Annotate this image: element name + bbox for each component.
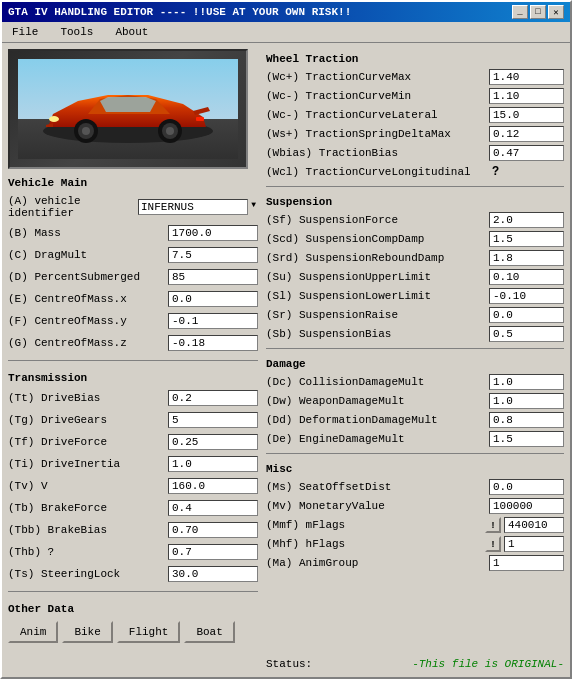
field-tractioncurvelongitudinal: (Wcl) TractionCurveLongitudinal ? bbox=[266, 164, 564, 180]
divider-2 bbox=[8, 591, 258, 592]
input-susplowerlimit[interactable] bbox=[489, 288, 564, 304]
label-weapondamagemult: (Dw) WeaponDamageMult bbox=[266, 395, 489, 407]
label-dragmult: (C) DragMult bbox=[8, 249, 168, 261]
input-collisiondamagemult[interactable] bbox=[489, 374, 564, 390]
input-hflags[interactable] bbox=[504, 536, 564, 552]
field-suspupperlimit: (Su) SuspensionUpperLimit bbox=[266, 269, 564, 285]
input-tractioncurvemin[interactable] bbox=[489, 88, 564, 104]
value-tractioncurvelongitudinal: ? bbox=[489, 164, 564, 180]
anim-button[interactable]: Anim bbox=[8, 621, 58, 643]
label-thb: (Thb) ? bbox=[8, 546, 168, 558]
vehicle-identifier-select[interactable]: INFERNUS bbox=[138, 199, 248, 215]
input-animgroup[interactable] bbox=[489, 555, 564, 571]
menu-bar: File Tools About bbox=[2, 22, 570, 43]
hflags-button[interactable]: ! bbox=[485, 536, 501, 552]
input-tractioncurvemax[interactable] bbox=[489, 69, 564, 85]
right-panel: Wheel Traction (Wc+) TractionCurveMax (W… bbox=[266, 49, 564, 671]
input-weapondamagemult[interactable] bbox=[489, 393, 564, 409]
input-drivegears[interactable] bbox=[168, 412, 258, 428]
svg-rect-9 bbox=[196, 117, 204, 121]
close-button[interactable]: ✕ bbox=[548, 5, 564, 19]
input-suspcompdamp[interactable] bbox=[489, 231, 564, 247]
flight-button[interactable]: Flight bbox=[117, 621, 181, 643]
field-vehicle-identifier: (A) vehicle identifier INFERNUS bbox=[8, 195, 258, 219]
status-label: Status: bbox=[266, 658, 412, 670]
label-tractionspringdeltamax: (Ws+) TractionSpringDeltaMax bbox=[266, 128, 489, 140]
field-driveforce: (Tf) DriveForce bbox=[8, 434, 258, 450]
label-tractionbias: (Wbias) TractionBias bbox=[266, 147, 489, 159]
divider-1 bbox=[8, 360, 258, 361]
input-com-z[interactable] bbox=[168, 335, 258, 351]
bike-button[interactable]: Bike bbox=[62, 621, 112, 643]
input-suspensionforce[interactable] bbox=[489, 212, 564, 228]
menu-file[interactable]: File bbox=[6, 24, 44, 40]
field-mflags: (Mmf) mFlags ! bbox=[266, 517, 564, 533]
mflags-button[interactable]: ! bbox=[485, 517, 501, 533]
field-susplowerlimit: (Sl) SuspensionLowerLimit bbox=[266, 288, 564, 304]
input-thb[interactable] bbox=[168, 544, 258, 560]
field-tractioncurvemax: (Wc+) TractionCurveMax bbox=[266, 69, 564, 85]
vehicle-identifier-wrapper: INFERNUS bbox=[138, 199, 258, 215]
label-suspensionforce: (Sf) SuspensionForce bbox=[266, 214, 489, 226]
label-deformationdamagemult: (Dd) DeformationDamageMult bbox=[266, 414, 489, 426]
car-image bbox=[8, 49, 248, 169]
label-steeringlock: (Ts) SteeringLock bbox=[8, 568, 168, 580]
input-com-y[interactable] bbox=[168, 313, 258, 329]
input-tractionspringdeltamax[interactable] bbox=[489, 126, 564, 142]
status-row: Status: -This file is ORIGINAL- bbox=[266, 658, 564, 670]
label-tractioncurvelateral: (Wc-) TractionCurveLateral bbox=[266, 109, 489, 121]
input-dragmult[interactable] bbox=[168, 247, 258, 263]
label-mflags: (Mmf) mFlags bbox=[266, 519, 485, 531]
input-drivebias[interactable] bbox=[168, 390, 258, 406]
label-hflags: (Mhf) hFlags bbox=[266, 538, 485, 550]
menu-tools[interactable]: Tools bbox=[54, 24, 99, 40]
car-svg bbox=[18, 59, 238, 159]
input-deformationdamagemult[interactable] bbox=[489, 412, 564, 428]
input-com-x[interactable] bbox=[168, 291, 258, 307]
input-suspraise[interactable] bbox=[489, 307, 564, 323]
input-monetaryvalue[interactable] bbox=[489, 498, 564, 514]
svg-point-8 bbox=[49, 116, 59, 122]
label-mass: (B) Mass bbox=[8, 227, 168, 239]
svg-point-7 bbox=[166, 127, 174, 135]
field-tv: (Tv) V bbox=[8, 478, 258, 494]
field-driveinertia: (Ti) DriveInertia bbox=[8, 456, 258, 472]
input-mflags[interactable] bbox=[504, 517, 564, 533]
label-brakebias: (Tbb) BrakeBias bbox=[8, 524, 168, 536]
input-percentsubmerged[interactable] bbox=[168, 269, 258, 285]
input-suspbias[interactable] bbox=[489, 326, 564, 342]
divider-3 bbox=[266, 186, 564, 187]
field-percentsubmerged: (D) PercentSubmerged bbox=[8, 269, 258, 285]
maximize-button[interactable]: □ bbox=[530, 5, 546, 19]
field-enginedamagemult: (De) EngineDamageMult bbox=[266, 431, 564, 447]
input-steeringlock[interactable] bbox=[168, 566, 258, 582]
input-brakeforce[interactable] bbox=[168, 500, 258, 516]
input-brakebias[interactable] bbox=[168, 522, 258, 538]
field-suspcompdamp: (Scd) SuspensionCompDamp bbox=[266, 231, 564, 247]
field-deformationdamagemult: (Dd) DeformationDamageMult bbox=[266, 412, 564, 428]
field-weapondamagemult: (Dw) WeaponDamageMult bbox=[266, 393, 564, 409]
input-seatoffsetdist[interactable] bbox=[489, 479, 564, 495]
input-mass[interactable] bbox=[168, 225, 258, 241]
label-vehicle-identifier: (A) vehicle identifier bbox=[8, 195, 138, 219]
label-suspcompdamp: (Scd) SuspensionCompDamp bbox=[266, 233, 489, 245]
menu-about[interactable]: About bbox=[109, 24, 154, 40]
label-tractioncurvemax: (Wc+) TractionCurveMax bbox=[266, 71, 489, 83]
label-enginedamagemult: (De) EngineDamageMult bbox=[266, 433, 489, 445]
label-driveforce: (Tf) DriveForce bbox=[8, 436, 168, 448]
field-seatoffsetdist: (Ms) SeatOffsetDist bbox=[266, 479, 564, 495]
input-tv[interactable] bbox=[168, 478, 258, 494]
label-com-y: (F) CentreOfMass.y bbox=[8, 315, 168, 327]
input-suspupperlimit[interactable] bbox=[489, 269, 564, 285]
main-content: Vehicle Main (A) vehicle identifier INFE… bbox=[2, 43, 570, 677]
boat-button[interactable]: Boat bbox=[184, 621, 234, 643]
minimize-button[interactable]: _ bbox=[512, 5, 528, 19]
input-driveinertia[interactable] bbox=[168, 456, 258, 472]
label-tv: (Tv) V bbox=[8, 480, 168, 492]
input-susprebounddamp[interactable] bbox=[489, 250, 564, 266]
input-tractioncurvelateral[interactable] bbox=[489, 107, 564, 123]
input-driveforce[interactable] bbox=[168, 434, 258, 450]
input-enginedamagemult[interactable] bbox=[489, 431, 564, 447]
input-tractionbias[interactable] bbox=[489, 145, 564, 161]
field-thb: (Thb) ? bbox=[8, 544, 258, 560]
